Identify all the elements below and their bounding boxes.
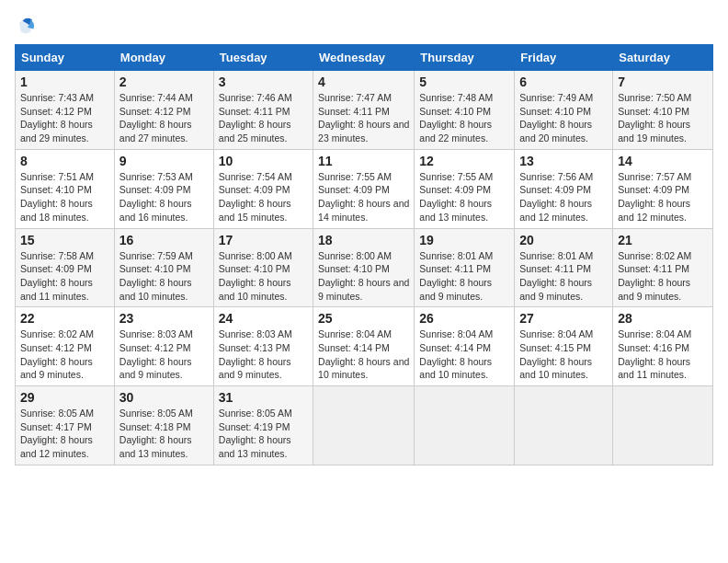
calendar-day-cell: 28 Sunrise: 8:04 AMSunset: 4:16 PMDaylig… (613, 307, 713, 386)
day-number: 27 (519, 311, 608, 326)
day-info: Sunrise: 7:57 AMSunset: 4:09 PMDaylight:… (618, 171, 691, 223)
weekday-header: Tuesday (213, 45, 313, 71)
calendar-day-cell: 5 Sunrise: 7:48 AMSunset: 4:10 PMDayligh… (415, 71, 515, 150)
calendar-day-cell (515, 386, 613, 465)
calendar-day-cell: 23 Sunrise: 8:03 AMSunset: 4:12 PMDaylig… (114, 307, 213, 386)
day-number: 24 (219, 311, 308, 326)
calendar-day-cell: 6 Sunrise: 7:49 AMSunset: 4:10 PMDayligh… (515, 71, 613, 150)
day-number: 7 (618, 75, 708, 89)
weekday-header: Monday (114, 45, 213, 71)
day-info: Sunrise: 7:55 AMSunset: 4:09 PMDaylight:… (318, 171, 409, 223)
day-number: 13 (519, 154, 608, 168)
day-number: 19 (419, 233, 509, 247)
day-info: Sunrise: 8:05 AMSunset: 4:19 PMDaylight:… (219, 408, 292, 459)
day-info: Sunrise: 8:02 AMSunset: 4:12 PMDaylight:… (20, 328, 94, 380)
calendar-day-cell: 10 Sunrise: 7:54 AMSunset: 4:09 PMDaylig… (213, 149, 313, 228)
calendar-day-cell: 11 Sunrise: 7:55 AMSunset: 4:09 PMDaylig… (313, 149, 415, 228)
weekday-header: Friday (515, 45, 613, 71)
calendar-day-cell: 22 Sunrise: 8:02 AMSunset: 4:12 PMDaylig… (16, 307, 115, 386)
day-number: 5 (419, 75, 509, 89)
calendar-day-cell: 12 Sunrise: 7:55 AMSunset: 4:09 PMDaylig… (415, 149, 515, 228)
day-info: Sunrise: 8:04 AMSunset: 4:15 PMDaylight:… (519, 328, 593, 380)
calendar-day-cell: 20 Sunrise: 8:01 AMSunset: 4:11 PMDaylig… (515, 228, 613, 307)
day-info: Sunrise: 7:59 AMSunset: 4:10 PMDaylight:… (119, 250, 193, 302)
day-number: 25 (318, 311, 409, 326)
calendar-body: 1 Sunrise: 7:43 AMSunset: 4:12 PMDayligh… (16, 71, 713, 465)
day-info: Sunrise: 8:05 AMSunset: 4:18 PMDaylight:… (119, 408, 193, 459)
day-number: 2 (119, 75, 209, 89)
calendar-day-cell: 14 Sunrise: 7:57 AMSunset: 4:09 PMDaylig… (613, 149, 713, 228)
weekday-header: Thursday (415, 45, 515, 71)
calendar-day-cell: 21 Sunrise: 8:02 AMSunset: 4:11 PMDaylig… (613, 228, 713, 307)
day-info: Sunrise: 7:47 AMSunset: 4:11 PMDaylight:… (318, 92, 409, 144)
calendar-day-cell: 16 Sunrise: 7:59 AMSunset: 4:10 PMDaylig… (114, 228, 213, 307)
day-info: Sunrise: 7:55 AMSunset: 4:09 PMDaylight:… (419, 171, 493, 223)
calendar-week-row: 15 Sunrise: 7:58 AMSunset: 4:09 PMDaylig… (16, 228, 713, 307)
calendar-day-cell: 13 Sunrise: 7:56 AMSunset: 4:09 PMDaylig… (515, 149, 613, 228)
calendar-week-row: 8 Sunrise: 7:51 AMSunset: 4:10 PMDayligh… (16, 149, 713, 228)
day-info: Sunrise: 7:58 AMSunset: 4:09 PMDaylight:… (20, 250, 94, 302)
day-info: Sunrise: 8:01 AMSunset: 4:11 PMDaylight:… (419, 250, 493, 302)
weekday-header: Saturday (613, 45, 713, 71)
calendar-day-cell (613, 386, 713, 465)
calendar-week-row: 29 Sunrise: 8:05 AMSunset: 4:17 PMDaylig… (16, 386, 713, 465)
day-number: 12 (419, 154, 509, 168)
calendar-day-cell (415, 386, 515, 465)
calendar-day-cell: 15 Sunrise: 7:58 AMSunset: 4:09 PMDaylig… (16, 228, 115, 307)
day-info: Sunrise: 8:03 AMSunset: 4:13 PMDaylight:… (219, 328, 292, 380)
day-info: Sunrise: 7:44 AMSunset: 4:12 PMDaylight:… (119, 92, 193, 144)
day-number: 20 (519, 233, 608, 247)
calendar-day-cell: 25 Sunrise: 8:04 AMSunset: 4:14 PMDaylig… (313, 307, 415, 386)
calendar-week-row: 22 Sunrise: 8:02 AMSunset: 4:12 PMDaylig… (16, 307, 713, 386)
calendar-day-cell: 17 Sunrise: 8:00 AMSunset: 4:10 PMDaylig… (213, 228, 313, 307)
day-number: 9 (119, 154, 209, 168)
calendar-day-cell: 3 Sunrise: 7:46 AMSunset: 4:11 PMDayligh… (213, 71, 313, 150)
calendar-day-cell: 29 Sunrise: 8:05 AMSunset: 4:17 PMDaylig… (16, 386, 115, 465)
day-info: Sunrise: 8:03 AMSunset: 4:12 PMDaylight:… (119, 328, 193, 380)
calendar-header-row: SundayMondayTuesdayWednesdayThursdayFrid… (16, 45, 713, 71)
day-info: Sunrise: 7:53 AMSunset: 4:09 PMDaylight:… (119, 171, 193, 223)
day-number: 10 (219, 154, 308, 168)
calendar-day-cell: 4 Sunrise: 7:47 AMSunset: 4:11 PMDayligh… (313, 71, 415, 150)
day-number: 8 (20, 154, 109, 168)
calendar-day-cell: 31 Sunrise: 8:05 AMSunset: 4:19 PMDaylig… (213, 386, 313, 465)
calendar-week-row: 1 Sunrise: 7:43 AMSunset: 4:12 PMDayligh… (16, 71, 713, 150)
day-number: 31 (219, 390, 308, 405)
calendar-day-cell: 7 Sunrise: 7:50 AMSunset: 4:10 PMDayligh… (613, 71, 713, 150)
page-header (15, 15, 713, 37)
day-number: 14 (618, 154, 708, 168)
day-info: Sunrise: 7:56 AMSunset: 4:09 PMDaylight:… (519, 171, 593, 223)
day-info: Sunrise: 8:04 AMSunset: 4:14 PMDaylight:… (318, 328, 409, 380)
calendar-day-cell: 27 Sunrise: 8:04 AMSunset: 4:15 PMDaylig… (515, 307, 613, 386)
calendar-day-cell: 8 Sunrise: 7:51 AMSunset: 4:10 PMDayligh… (16, 149, 115, 228)
calendar-day-cell: 19 Sunrise: 8:01 AMSunset: 4:11 PMDaylig… (415, 228, 515, 307)
day-number: 11 (318, 154, 409, 168)
day-info: Sunrise: 8:02 AMSunset: 4:11 PMDaylight:… (618, 250, 691, 302)
day-info: Sunrise: 8:04 AMSunset: 4:16 PMDaylight:… (618, 328, 691, 380)
day-number: 6 (519, 75, 608, 89)
day-info: Sunrise: 7:43 AMSunset: 4:12 PMDaylight:… (20, 92, 94, 144)
calendar-day-cell: 26 Sunrise: 8:04 AMSunset: 4:14 PMDaylig… (415, 307, 515, 386)
day-number: 22 (20, 311, 109, 326)
calendar-day-cell: 2 Sunrise: 7:44 AMSunset: 4:12 PMDayligh… (114, 71, 213, 150)
logo-icon (15, 15, 37, 37)
day-info: Sunrise: 7:54 AMSunset: 4:09 PMDaylight:… (219, 171, 292, 223)
day-info: Sunrise: 7:49 AMSunset: 4:10 PMDaylight:… (519, 92, 593, 144)
day-number: 23 (119, 311, 209, 326)
day-number: 1 (20, 75, 109, 89)
calendar-day-cell: 9 Sunrise: 7:53 AMSunset: 4:09 PMDayligh… (114, 149, 213, 228)
calendar-day-cell: 1 Sunrise: 7:43 AMSunset: 4:12 PMDayligh… (16, 71, 115, 150)
calendar-day-cell: 18 Sunrise: 8:00 AMSunset: 4:10 PMDaylig… (313, 228, 415, 307)
day-info: Sunrise: 7:48 AMSunset: 4:10 PMDaylight:… (419, 92, 493, 144)
day-info: Sunrise: 7:51 AMSunset: 4:10 PMDaylight:… (20, 171, 94, 223)
calendar-day-cell: 30 Sunrise: 8:05 AMSunset: 4:18 PMDaylig… (114, 386, 213, 465)
calendar-day-cell (313, 386, 415, 465)
day-number: 4 (318, 75, 409, 89)
day-info: Sunrise: 8:01 AMSunset: 4:11 PMDaylight:… (519, 250, 593, 302)
calendar-day-cell: 24 Sunrise: 8:03 AMSunset: 4:13 PMDaylig… (213, 307, 313, 386)
logo (15, 15, 40, 37)
day-number: 18 (318, 233, 409, 247)
day-info: Sunrise: 8:00 AMSunset: 4:10 PMDaylight:… (318, 250, 409, 302)
day-info: Sunrise: 7:46 AMSunset: 4:11 PMDaylight:… (219, 92, 292, 144)
day-number: 29 (20, 390, 109, 405)
